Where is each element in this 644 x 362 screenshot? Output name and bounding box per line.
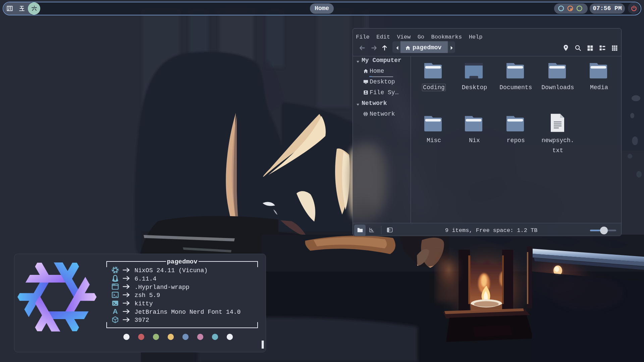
svg-text:6.11.4: 6.11.4 [135,276,157,282]
svg-text:kitty: kitty [135,300,153,307]
svg-text:JetBrains Mono Nerd Font 14.0: JetBrains Mono Nerd Font 14.0 [135,309,241,315]
svg-text:NixOS 24.11 (Vicuna): NixOS 24.11 (Vicuna) [135,267,208,274]
svg-text:.Hyprland-wrapp: .Hyprland-wrapp [135,284,190,291]
svg-text:3972: 3972 [135,317,149,323]
svg-text:zsh 5.9: zsh 5.9 [135,292,160,299]
svg-text:A: A [113,307,118,315]
svg-text:pagedmov: pagedmov [167,258,198,265]
